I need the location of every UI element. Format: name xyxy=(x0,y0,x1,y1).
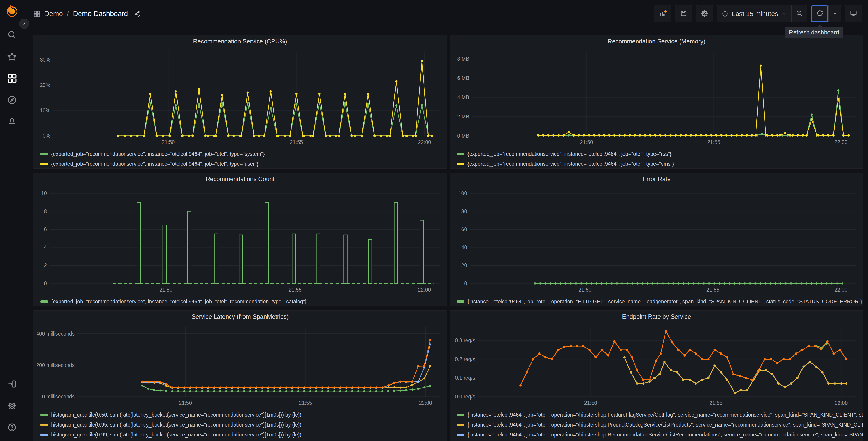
svg-text:20%: 20% xyxy=(40,82,50,88)
star-icon xyxy=(7,52,17,62)
panel-chart-area: 02040608010021:5021:5522:00 xyxy=(450,185,863,296)
legend-label: {instance="otelcol:9464", job="otel", op… xyxy=(467,432,863,438)
legend-swatch xyxy=(40,414,48,416)
time-picker-group: Last 15 minutes xyxy=(717,5,807,22)
chevron-right-icon xyxy=(22,21,27,27)
legend-swatch xyxy=(457,300,464,303)
legend-item[interactable]: histogram_quantile(0.999, sum(rate(laten… xyxy=(40,440,447,441)
time-range-picker[interactable]: Last 15 minutes xyxy=(717,5,791,22)
svg-text:21:55: 21:55 xyxy=(707,287,719,293)
chart-memory[interactable]: 0 MB2 MB4 MB6 MB8 MB21:5021:5522:00 xyxy=(454,48,860,147)
sidebar-item-alerting[interactable] xyxy=(7,117,17,127)
legend-memory: {exported_job="recommendationservice", i… xyxy=(450,148,863,169)
legend-item[interactable]: {instance="otelcol:9464", job="otel", op… xyxy=(457,440,863,441)
chevron-down-icon xyxy=(832,11,838,17)
legend-item[interactable]: {exported_job="recommendationservice", i… xyxy=(457,159,863,169)
legend-item[interactable]: histogram_quantile(0.50, sum(rate(latenc… xyxy=(40,410,447,420)
save-dashboard-button[interactable] xyxy=(675,5,692,22)
svg-text:400 milliseconds: 400 milliseconds xyxy=(37,331,75,336)
chart-error[interactable]: 02040608010021:5021:5522:00 xyxy=(454,185,860,295)
legend-swatch xyxy=(40,423,48,426)
legend-item[interactable]: {exported_job="recommendationservice", i… xyxy=(40,297,447,306)
svg-text:0: 0 xyxy=(44,281,47,286)
legend-item[interactable]: {instance="otelcol:9464", job="otel", op… xyxy=(457,410,863,420)
svg-text:21:55: 21:55 xyxy=(290,139,303,145)
sidebar-bottom-group xyxy=(7,379,17,433)
cycle-view-mode-button[interactable] xyxy=(845,5,862,22)
panel-title-endpoint[interactable]: Endpoint Rate by Service xyxy=(622,313,691,320)
search-icon xyxy=(7,30,17,41)
legend-swatch xyxy=(40,153,48,155)
breadcrumb: Demo / Demo Dashboard xyxy=(33,10,141,18)
chart-endpoint[interactable]: 0.0 req/s0.1 req/s0.2 req/s0.3 req/s21:5… xyxy=(454,323,860,408)
legend-label: {instance="otelcol:9464", job="otel", op… xyxy=(467,299,862,305)
grafana-logo-icon[interactable] xyxy=(5,4,19,18)
save-icon xyxy=(680,9,687,18)
legend-label: histogram_quantile(0.99, sum(rate(latenc… xyxy=(51,432,301,438)
svg-text:22:00: 22:00 xyxy=(419,400,432,406)
zoom-out-time-button[interactable] xyxy=(791,5,807,22)
panel-chart-area: 0 MB2 MB4 MB6 MB8 MB21:5021:5522:00 xyxy=(450,48,863,148)
breadcrumb-folder[interactable]: Demo xyxy=(44,10,63,18)
chevron-down-icon xyxy=(781,11,787,17)
refresh-dashboard-button[interactable] xyxy=(811,5,828,22)
share-dashboard-button[interactable] xyxy=(134,10,141,17)
search-minus-icon xyxy=(796,10,803,18)
sidebar-item-configuration[interactable] xyxy=(7,401,17,411)
tooltip-arrow xyxy=(817,25,822,27)
sidebar-item-search[interactable] xyxy=(7,30,17,40)
apps-grid-icon xyxy=(33,10,40,18)
panel-title-memory[interactable]: Recommendation Service (Memory) xyxy=(608,38,705,45)
legend-item[interactable]: histogram_quantile(0.95, sum(rate(latenc… xyxy=(40,420,447,430)
sign-in-icon xyxy=(7,379,17,390)
legend-item[interactable]: histogram_quantile(0.99, sum(rate(latenc… xyxy=(40,430,447,440)
legend-swatch xyxy=(457,153,464,155)
chart-count[interactable]: 024681021:5021:5522:00 xyxy=(37,185,443,295)
svg-text:21:55: 21:55 xyxy=(707,139,720,145)
svg-text:22:00: 22:00 xyxy=(418,287,431,293)
panel-title-latency[interactable]: Service Latency (from SpanMetrics) xyxy=(191,313,288,320)
legend-swatch xyxy=(457,434,464,436)
legend-label: {exported_job="recommendationservice", i… xyxy=(51,151,265,157)
svg-text:8 MB: 8 MB xyxy=(457,56,469,62)
legend-item[interactable]: {exported_job="recommendationservice", i… xyxy=(40,159,447,169)
svg-text:21:50: 21:50 xyxy=(162,139,175,145)
chart-cpu[interactable]: 0%10%20%30%21:5021:5522:00 xyxy=(37,48,443,147)
legend-label: {exported_job="recommendationservice", i… xyxy=(51,299,307,305)
svg-text:100: 100 xyxy=(459,190,467,196)
add-panel-button[interactable] xyxy=(654,5,671,22)
add-panel-icon xyxy=(659,9,667,18)
panel-title-cpu[interactable]: Recommendation Service (CPU%) xyxy=(193,38,287,45)
legend-item[interactable]: {instance="otelcol:9464", job="otel", op… xyxy=(457,430,863,440)
svg-text:200 milliseconds: 200 milliseconds xyxy=(37,362,75,368)
panel-title-count[interactable]: Recommendations Count xyxy=(206,176,275,183)
sidebar-item-help[interactable] xyxy=(7,423,17,433)
expand-sidebar-button[interactable] xyxy=(19,19,29,29)
svg-text:22:00: 22:00 xyxy=(835,400,848,406)
panel-grid: Recommendation Service (CPU%)0%10%20%30%… xyxy=(33,35,868,441)
legend-item[interactable]: {exported_job="recommendationservice", i… xyxy=(40,149,447,159)
legend-item[interactable]: {instance="otelcol:9464", job="otel", op… xyxy=(457,420,863,430)
legend-item[interactable]: {exported_job="recommendationservice", i… xyxy=(457,149,863,159)
legend-error: {instance="otelcol:9464", job="otel", op… xyxy=(450,296,863,306)
svg-text:8: 8 xyxy=(44,208,47,214)
refresh-interval-dropdown[interactable] xyxy=(828,5,841,22)
bell-icon xyxy=(7,117,17,128)
svg-text:20: 20 xyxy=(461,262,467,268)
dashboard-settings-button[interactable] xyxy=(696,5,713,22)
sidebar-item-sign-in[interactable] xyxy=(7,379,17,389)
sidebar-item-explore[interactable] xyxy=(7,95,17,106)
svg-text:6: 6 xyxy=(44,226,47,232)
legend-label: {exported_job="recommendationservice", i… xyxy=(51,161,258,167)
dashboards-grid-icon xyxy=(7,74,17,84)
panel-title-error[interactable]: Error Rate xyxy=(642,176,671,183)
panel-latency: Service Latency (from SpanMetrics)0 mill… xyxy=(33,311,447,441)
legend-swatch xyxy=(457,414,464,416)
panel-cpu: Recommendation Service (CPU%)0%10%20%30%… xyxy=(33,35,447,169)
sidebar-item-starred[interactable] xyxy=(7,52,17,62)
panel-chart-area: 0 milliseconds200 milliseconds400 millis… xyxy=(33,323,447,409)
chart-latency[interactable]: 0 milliseconds200 milliseconds400 millis… xyxy=(37,323,443,408)
svg-text:22:00: 22:00 xyxy=(834,287,847,293)
legend-item[interactable]: {instance="otelcol:9464", job="otel", op… xyxy=(457,297,863,306)
sidebar-item-dashboards[interactable] xyxy=(7,74,17,84)
